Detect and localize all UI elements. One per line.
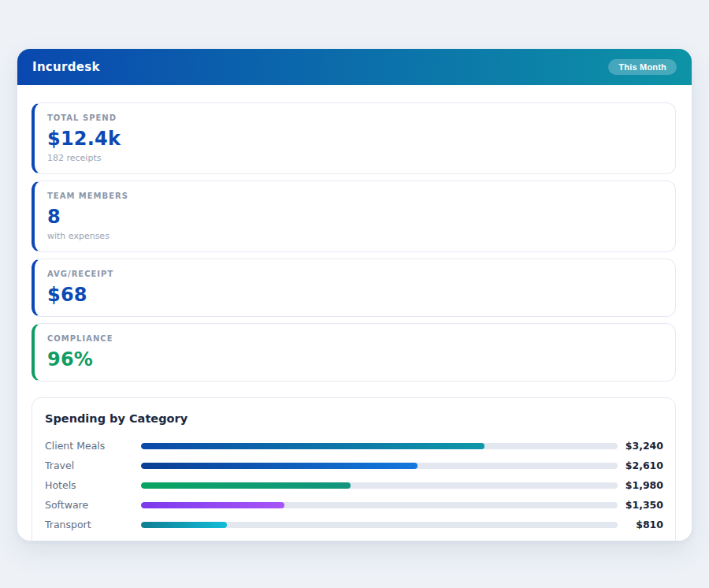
- category-value: $810: [618, 519, 663, 530]
- period-badge[interactable]: This Month: [608, 59, 677, 75]
- app-header: Incurdesk This Month: [17, 49, 692, 85]
- spending-by-category-card: Spending by Category Client Meals$3,240T…: [32, 397, 676, 541]
- stat-card-total-spend: TOTAL SPEND$12.4k182 receipts: [32, 102, 676, 174]
- stat-label: COMPLIANCE: [47, 334, 663, 343]
- stat-value: $68: [47, 284, 663, 306]
- category-label: Travel: [45, 460, 141, 471]
- category-value: $1,350: [618, 499, 663, 511]
- category-bar-fill: [141, 463, 418, 469]
- category-bar-fill: [141, 502, 284, 508]
- chart-title: Spending by Category: [45, 412, 663, 425]
- stat-value: 96%: [47, 348, 663, 370]
- app-body: TOTAL SPEND$12.4k182 receiptsTEAM MEMBER…: [17, 85, 692, 541]
- category-row-hotels: Hotels$1,980: [45, 475, 663, 495]
- category-bar-track: [141, 502, 618, 508]
- category-row-software: Software$1,350: [45, 495, 663, 515]
- category-label: Hotels: [45, 479, 141, 491]
- category-label: Transport: [45, 519, 141, 530]
- stat-value: $12.4k: [47, 128, 663, 150]
- category-bar-track: [141, 482, 618, 489]
- category-bar-fill: [141, 482, 351, 489]
- page-background: Incurdesk This Month TOTAL SPEND$12.4k18…: [0, 0, 709, 588]
- category-bar-track: [141, 522, 618, 528]
- stat-subtext: with expenses: [47, 231, 663, 241]
- stats-list: TOTAL SPEND$12.4k182 receiptsTEAM MEMBER…: [32, 102, 676, 381]
- stat-card-team-members: TEAM MEMBERS8with expenses: [32, 180, 676, 252]
- category-bar-track: [141, 443, 618, 449]
- category-row-transport: Transport$810: [45, 515, 663, 534]
- stat-value: 8: [47, 206, 663, 228]
- app-title: Incurdesk: [32, 60, 100, 74]
- stat-label: AVG/RECEIPT: [47, 270, 663, 278]
- stat-card-compliance: COMPLIANCE96%: [32, 323, 676, 381]
- stat-label: TEAM MEMBERS: [47, 192, 663, 200]
- category-value: $3,240: [618, 440, 663, 452]
- stat-card-avg-receipt: AVG/RECEIPT$68: [32, 259, 676, 317]
- category-value: $2,610: [618, 460, 663, 471]
- category-label: Client Meals: [45, 440, 141, 452]
- category-bar-track: [141, 463, 618, 469]
- stat-subtext: 182 receipts: [47, 153, 663, 163]
- category-label: Software: [45, 499, 141, 511]
- category-bar-fill: [141, 443, 484, 449]
- category-value: $1,980: [618, 479, 663, 491]
- incurdesk-dashboard-card: Incurdesk This Month TOTAL SPEND$12.4k18…: [17, 49, 692, 541]
- category-bar-fill: [141, 522, 227, 528]
- stat-label: TOTAL SPEND: [47, 114, 663, 122]
- category-row-travel: Travel$2,610: [45, 456, 663, 475]
- category-row-client-meals: Client Meals$3,240: [45, 436, 663, 456]
- category-rows: Client Meals$3,240Travel$2,610Hotels$1,9…: [45, 436, 663, 534]
